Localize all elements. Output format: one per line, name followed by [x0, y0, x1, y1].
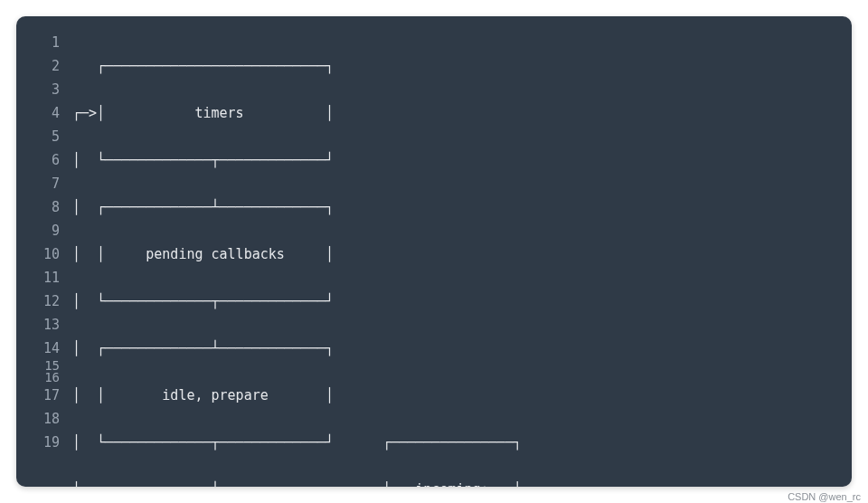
code-area: 1 2 3 4 5 6 7 8 9 10 11 12 13 14 15 16 1… [16, 16, 852, 487]
diagram-line: │ ┌─────────────┴─────────────┐ [72, 337, 852, 360]
line-number: 17 [16, 384, 72, 407]
watermark: CSDN @wen_rc [788, 491, 861, 502]
line-number: 19 [16, 431, 72, 454]
code-frame: 1 2 3 4 5 6 7 8 9 10 11 12 13 14 15 16 1… [16, 16, 852, 487]
ascii-diagram: ┌───────────────────────────┐ ┌─>│ timer… [72, 16, 852, 487]
diagram-line: │ └─────────────┬─────────────┘ [72, 148, 852, 172]
diagram-line: │ ┌─────────────┴─────────────┐ │ incomi… [72, 478, 852, 487]
diagram-line: │ └─────────────┬─────────────┘ [72, 289, 852, 313]
line-number: 9 [16, 219, 72, 242]
line-number: 10 [16, 242, 72, 266]
line-number: 1 [16, 31, 72, 54]
diagram-line: ┌─>│ timers │ [72, 101, 852, 125]
diagram-line: ┌───────────────────────────┐ [72, 54, 852, 78]
diagram-line: │ │ pending callbacks │ [72, 242, 852, 266]
line-number: 8 [16, 195, 72, 219]
line-number: 13 [16, 313, 72, 337]
line-number: 5 [16, 125, 72, 148]
line-number: 2 [16, 54, 72, 78]
diagram-line: │ └─────────────┬─────────────┘ ┌───────… [72, 431, 852, 454]
diagram-line: │ │ idle, prepare │ [72, 384, 852, 407]
line-number: 11 [16, 266, 72, 289]
line-number: 7 [16, 172, 72, 195]
line-number: 16 [16, 372, 72, 384]
line-number: 12 [16, 289, 72, 313]
line-number-gutter: 1 2 3 4 5 6 7 8 9 10 11 12 13 14 15 16 1… [16, 16, 72, 487]
line-number: 4 [16, 101, 72, 125]
line-number: 14 [16, 337, 72, 360]
diagram-line: │ ┌─────────────┴─────────────┐ [72, 195, 852, 219]
line-number: 6 [16, 148, 72, 172]
line-number: 18 [16, 407, 72, 431]
line-number: 3 [16, 78, 72, 101]
